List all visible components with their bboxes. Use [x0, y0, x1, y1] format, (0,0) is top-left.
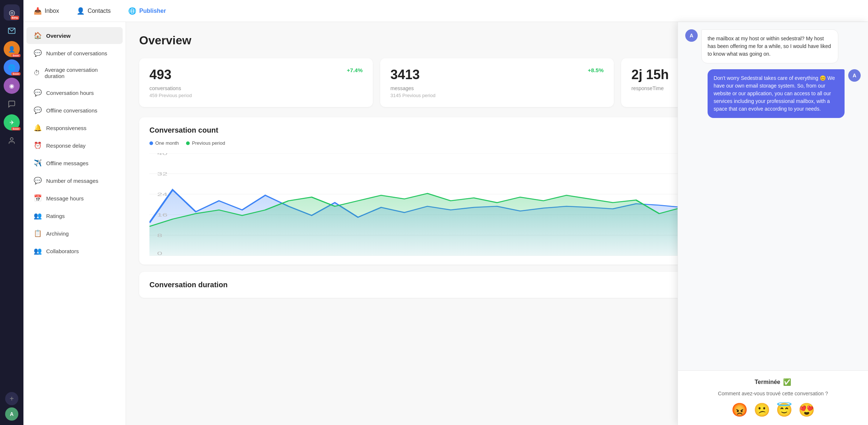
- offline-msg-icon: ✈️: [34, 159, 42, 167]
- offline-conv-icon: 💬: [34, 106, 42, 114]
- nav-publisher[interactable]: 🌐 Publisher: [125, 5, 169, 16]
- inbox-icon[interactable]: [4, 23, 20, 39]
- archive-icon: 📋: [34, 229, 42, 237]
- stat-card-conversations: 493 +7.4% conversations 459 Previous per…: [139, 58, 373, 107]
- publisher-nav-icon: 🌐: [128, 7, 136, 15]
- ratings-icon: 👥: [34, 212, 42, 220]
- conv-hours-icon: 💬: [34, 89, 42, 97]
- user-avatar[interactable]: A: [5, 407, 18, 421]
- add-button[interactable]: +: [5, 392, 18, 405]
- nav-inbox[interactable]: 📥 Inbox: [31, 5, 62, 16]
- chat-icon[interactable]: [4, 96, 20, 112]
- message-row-user: A the mailbox at my host or within sedes…: [685, 29, 861, 63]
- sidebar-item-num-conversations[interactable]: 💬 Number of conversations: [26, 45, 123, 62]
- user-message-bubble: the mailbox at my host or within sedestr…: [701, 29, 838, 63]
- msg-hours-icon: 📅: [34, 194, 42, 202]
- top-nav: 📥 Inbox 👤 Contacts 🌐 Publisher: [23, 0, 868, 22]
- inbox-nav-icon: 📥: [34, 7, 42, 15]
- person-icon[interactable]: [4, 133, 20, 149]
- sidebar-item-msg-hours[interactable]: 📅 Message hours: [26, 190, 123, 207]
- nav-contacts[interactable]: 👤 Contacts: [74, 5, 114, 16]
- legend-previous-period: Previous period: [186, 140, 225, 146]
- contacts-nav-icon: 👤: [77, 7, 85, 15]
- publisher-icon[interactable]: 🌐 Soon: [4, 59, 20, 75]
- sidebar: 🏠 Overview 💬 Number of conversations ⏱ A…: [23, 22, 126, 425]
- bell-icon: 🔔: [34, 124, 42, 132]
- contacts-icon[interactable]: 👤 Soon: [4, 41, 20, 57]
- y-label-24: 24: [157, 192, 167, 197]
- emoji-neutral[interactable]: 😕: [754, 402, 770, 418]
- emoji-angry[interactable]: 😡: [731, 402, 748, 418]
- y-label-32: 32: [157, 171, 167, 176]
- rating-question: Comment avez-vous trouvé cette conversat…: [685, 391, 861, 396]
- emoji-row: 😡 😕 😇 😍: [685, 402, 861, 418]
- svg-point-1: [10, 138, 13, 140]
- stat-card-messages: 3413 +8.5% messages 3145 Previous period: [380, 58, 614, 107]
- delay-icon: ⏰: [34, 141, 42, 149]
- agent-message-avatar: A: [848, 69, 861, 82]
- sidebar-item-archiving[interactable]: 📋 Archiving: [26, 225, 123, 242]
- sidebar-item-num-messages[interactable]: 💬 Number of messages: [26, 172, 123, 189]
- chat-footer: Terminée ✅ Comment avez-vous trouvé cett…: [678, 370, 868, 425]
- collaborators-icon: 👥: [34, 247, 42, 255]
- emoji-angel[interactable]: 😇: [776, 402, 793, 418]
- sidebar-item-overview[interactable]: 🏠 Overview: [26, 27, 123, 44]
- agent-message-bubble: Don't worry Sedestral takes care of ever…: [708, 69, 845, 118]
- y-label-8: 8: [157, 233, 162, 238]
- sidebar-item-ratings[interactable]: 👥 Ratings: [26, 207, 123, 224]
- y-label-0: 0: [157, 251, 162, 256]
- sidebar-item-response-delay[interactable]: ⏰ Response delay: [26, 137, 123, 154]
- y-label-40: 40: [157, 153, 167, 156]
- send-icon[interactable]: ✈ Soon: [4, 114, 20, 130]
- sidebar-item-collaborators[interactable]: 👥 Collaborators: [26, 243, 123, 259]
- analytics-icon[interactable]: ◉: [4, 78, 20, 94]
- user-message-avatar: A: [685, 29, 698, 42]
- page-title: Overview: [139, 34, 191, 47]
- check-icon: ✅: [783, 378, 791, 386]
- chat-bubble-icon: 💬: [34, 49, 42, 57]
- y-label-16: 16: [157, 212, 167, 217]
- emoji-love[interactable]: 😍: [798, 402, 815, 418]
- home-icon: 🏠: [34, 32, 42, 40]
- sidebar-item-avg-duration[interactable]: ⏱ Average conversation duration: [26, 62, 123, 84]
- clock-icon: ⏱: [34, 69, 40, 77]
- icon-bar: ◎ Bêta 👤 Soon 🌐 Soon ◉ ✈ Soon + A: [0, 0, 23, 425]
- message-row-agent: Don't worry Sedestral takes care of ever…: [685, 69, 861, 118]
- logo-icon[interactable]: ◎ Bêta: [4, 4, 20, 21]
- legend-one-month: One month: [149, 140, 179, 146]
- chat-messages: A the mailbox at my host or within sedes…: [678, 22, 868, 370]
- terminee-row: Terminée ✅: [685, 378, 861, 386]
- chat-overlay: A the mailbox at my host or within sedes…: [678, 22, 868, 425]
- messages-icon: 💬: [34, 177, 42, 185]
- sidebar-item-offline-msg[interactable]: ✈️ Offline messages: [26, 155, 123, 171]
- sidebar-item-responsiveness[interactable]: 🔔 Responsiveness: [26, 119, 123, 136]
- sidebar-item-conv-hours[interactable]: 💬 Conversation hours: [26, 84, 123, 101]
- sidebar-item-offline-conv[interactable]: 💬 Offline conversations: [26, 102, 123, 119]
